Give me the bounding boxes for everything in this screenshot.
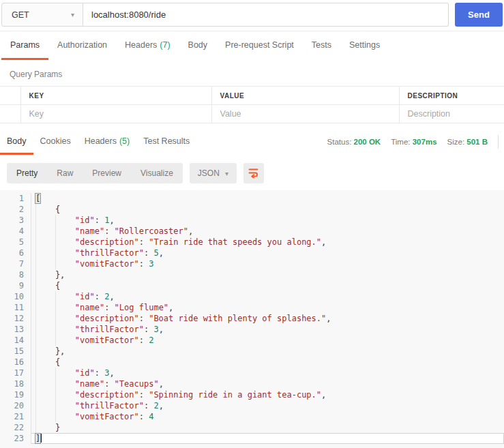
line-number: 10 bbox=[0, 291, 31, 302]
value-input[interactable] bbox=[212, 106, 399, 123]
indent-guide bbox=[55, 226, 56, 237]
code-line: 5 "description": "Train ride that speeds… bbox=[0, 237, 504, 248]
tab-body[interactable]: Body bbox=[179, 31, 217, 60]
code-line: 1[ bbox=[0, 193, 504, 204]
code-line: 8 }, bbox=[0, 269, 504, 280]
indent-guide bbox=[55, 248, 56, 258]
key-input[interactable] bbox=[21, 106, 211, 123]
row-checkbox-cell[interactable] bbox=[0, 105, 20, 123]
line-number: 16 bbox=[0, 357, 31, 368]
tab-headers[interactable]: Headers (7) bbox=[116, 31, 179, 60]
status-badge: Status: 200 OK bbox=[327, 138, 381, 146]
code-line: 23] bbox=[0, 433, 504, 444]
line-number: 23 bbox=[0, 433, 31, 444]
indent-guide bbox=[35, 291, 36, 302]
send-button[interactable]: Send bbox=[455, 3, 503, 27]
indent-guide bbox=[35, 389, 36, 400]
wrap-text-icon bbox=[248, 166, 259, 180]
line-number: 12 bbox=[0, 313, 31, 324]
code-line: 17 "id": 3, bbox=[0, 368, 504, 378]
code-line: 19 "description": "Spinning ride in a gi… bbox=[0, 389, 504, 400]
code-line: 22 } bbox=[0, 422, 504, 433]
pretty-button[interactable]: Pretty bbox=[7, 163, 47, 183]
query-params-heading: Query Params bbox=[10, 70, 504, 79]
code-line: 2 { bbox=[0, 204, 504, 215]
indent-guide bbox=[35, 269, 36, 280]
tab-test-results[interactable]: Test Results bbox=[136, 129, 196, 155]
line-number: 11 bbox=[0, 302, 31, 313]
format-select[interactable]: JSON ▾ bbox=[190, 163, 237, 183]
text-cursor bbox=[40, 434, 42, 443]
code-line: 10 "id": 2, bbox=[0, 291, 504, 302]
code-line: 11 "name": "Log flume", bbox=[0, 302, 504, 313]
url-input[interactable] bbox=[83, 3, 449, 27]
indent-guide bbox=[55, 215, 56, 226]
line-number: 15 bbox=[0, 346, 31, 357]
tab-authorization[interactable]: Authorization bbox=[48, 31, 116, 60]
indent-guide bbox=[35, 324, 36, 335]
code-line: 14 "vomitFactor": 2 bbox=[0, 335, 504, 346]
code-lines: 1[2 {3 "id": 1,4 "name": "Rollercoaster"… bbox=[0, 193, 504, 444]
response-header: Body Cookies Headers (5) Test Results St… bbox=[0, 129, 504, 155]
indent-guide bbox=[55, 237, 56, 248]
indent-guide bbox=[35, 204, 36, 215]
view-mode-group: Pretty Raw Preview Visualize bbox=[7, 163, 183, 183]
line-number: 2 bbox=[0, 204, 31, 215]
preview-button[interactable]: Preview bbox=[83, 163, 131, 183]
description-input[interactable] bbox=[400, 106, 504, 123]
indent-guide bbox=[55, 291, 56, 302]
code-line: 13 "thrillFactor": 3, bbox=[0, 324, 504, 335]
line-number: 17 bbox=[0, 368, 31, 378]
indent-guide bbox=[35, 368, 36, 378]
indent-guide bbox=[55, 313, 56, 324]
response-headers-count: (5) bbox=[119, 136, 130, 146]
response-view-toolbar: Pretty Raw Preview Visualize JSON ▾ bbox=[7, 163, 497, 183]
indent-guide bbox=[35, 346, 36, 357]
indent-guide bbox=[35, 400, 36, 411]
table-row bbox=[0, 105, 504, 123]
tab-pre-request-script[interactable]: Pre-request Script bbox=[216, 31, 303, 60]
size-badge: Size: 501 B bbox=[447, 138, 488, 146]
tab-tests[interactable]: Tests bbox=[303, 31, 340, 60]
code-line: 6 "thrillFactor": 5, bbox=[0, 248, 504, 258]
line-number: 20 bbox=[0, 400, 31, 411]
indent-guide bbox=[55, 368, 56, 378]
indent-guide bbox=[55, 324, 56, 335]
checkbox-column-header bbox=[0, 87, 20, 105]
code-line: 20 "thrillFactor": 2, bbox=[0, 400, 504, 411]
query-params-table: KEY VALUE DESCRIPTION bbox=[0, 86, 504, 123]
indent-guide bbox=[35, 378, 36, 389]
wrap-text-button[interactable] bbox=[243, 163, 264, 183]
line-number: 21 bbox=[0, 411, 31, 422]
code-line: 16 { bbox=[0, 357, 504, 368]
tab-response-body[interactable]: Body bbox=[0, 129, 33, 155]
chevron-down-icon: ▾ bbox=[225, 170, 228, 177]
headers-count: (7) bbox=[160, 40, 170, 50]
response-meta: Status: 200 OK Time: 307ms Size: 501 B bbox=[327, 129, 504, 155]
indent-guide bbox=[35, 302, 36, 313]
raw-button[interactable]: Raw bbox=[47, 163, 83, 183]
line-number: 6 bbox=[0, 248, 31, 258]
indent-guide bbox=[35, 258, 36, 269]
divider bbox=[498, 135, 499, 149]
code-line: 18 "name": "Teacups", bbox=[0, 378, 504, 389]
indent-guide bbox=[35, 422, 36, 433]
indent-guide bbox=[35, 237, 36, 248]
chevron-down-icon: ▾ bbox=[71, 11, 74, 18]
code-line: 9 { bbox=[0, 280, 504, 291]
line-number: 19 bbox=[0, 389, 31, 400]
tab-response-headers[interactable]: Headers (5) bbox=[78, 129, 137, 155]
visualize-button[interactable]: Visualize bbox=[131, 163, 183, 183]
tab-params[interactable]: Params bbox=[1, 31, 48, 60]
indent-guide bbox=[35, 357, 36, 368]
line-number: 8 bbox=[0, 269, 31, 280]
tab-settings[interactable]: Settings bbox=[340, 31, 389, 60]
line-number: 22 bbox=[0, 422, 31, 433]
method-label: GET bbox=[12, 10, 29, 20]
indent-guide bbox=[35, 313, 36, 324]
response-body-editor[interactable]: 1[2 {3 "id": 1,4 "name": "Rollercoaster"… bbox=[0, 190, 504, 448]
code-line: 7 "vomitFactor": 3 bbox=[0, 258, 504, 269]
method-select[interactable]: GET ▾ bbox=[1, 3, 83, 27]
description-column-header: DESCRIPTION bbox=[399, 87, 504, 105]
tab-cookies[interactable]: Cookies bbox=[33, 129, 78, 155]
